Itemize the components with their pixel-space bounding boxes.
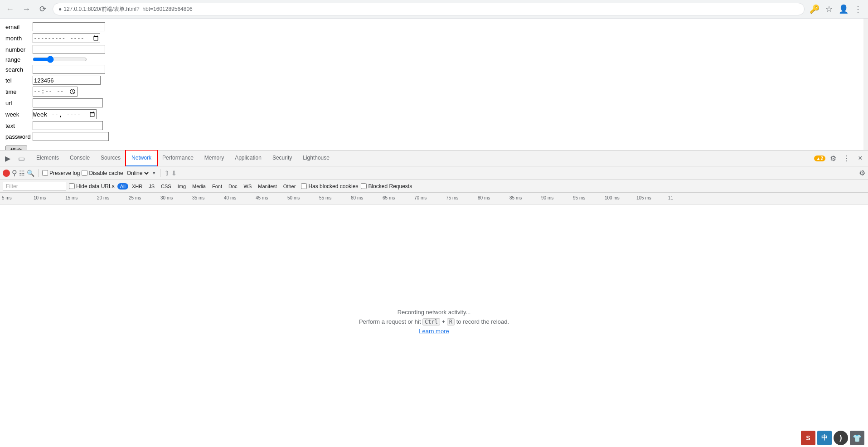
tab-elements[interactable]: Elements [31,151,64,166]
tick-20ms: 20 ms [97,195,109,200]
email-input[interactable] [33,22,105,31]
devtools-close-button[interactable]: × [854,152,866,164]
clear-button[interactable]: ⚲ [12,169,17,177]
tick-50ms: 50 ms [287,195,300,200]
disable-cache-checkbox[interactable] [82,170,87,176]
hide-data-urls-label[interactable]: Hide data URLs [69,183,115,189]
tray-icon-s[interactable]: S [801,431,815,445]
month-row: month [5,33,863,43]
hide-data-urls-checkbox[interactable] [69,183,75,189]
url-input[interactable] [33,98,103,107]
toolbar-actions: 🔑 ☆ 👤 ⋮ [808,3,864,15]
filter-input[interactable] [3,182,66,191]
number-input[interactable] [33,45,105,54]
tick-75ms: 75 ms [446,195,458,200]
tick-100ms: 100 ms [605,195,620,200]
address-bar[interactable]: ● 127.0.0.1:8020/前端/表单.html?_hbt=1601289… [53,3,805,15]
filter-all-button[interactable]: All [117,183,128,189]
has-blocked-label[interactable]: Has blocked cookies [301,183,358,189]
time-row: time [5,87,863,97]
recording-hint: Perform a request or hit Ctrl + R to rec… [359,318,509,325]
url-row: url [5,98,863,107]
has-blocked-checkbox[interactable] [301,183,307,189]
tray-icon-shirt[interactable]: 👕 [850,431,864,445]
tab-security[interactable]: Security [267,151,297,166]
time-input[interactable] [33,87,78,97]
has-blocked-text: Has blocked cookies [308,183,358,189]
secure-icon: ● [58,6,62,12]
number-row: number [5,45,863,54]
reload-button[interactable]: ⟳ [36,3,49,15]
filter-other-button[interactable]: Other [281,183,299,189]
filter-xhr-button[interactable]: XHR [129,183,145,189]
browser-chrome: ← → ⟳ ● 127.0.0.1:8020/前端/表单.html?_hbt=1… [0,0,868,19]
search-input[interactable] [33,65,105,74]
filter-icon[interactable]: ☷ [19,170,25,177]
tray-icon-moon[interactable]: ) [834,431,848,445]
password-input[interactable] [33,132,109,141]
tab-memory[interactable]: Memory [199,151,229,166]
recording-post-text: to record the reload. [455,318,509,325]
filter-css-button[interactable]: CSS [158,183,174,189]
url-label: url [5,100,33,107]
browser-toolbar: ← → ⟳ ● 127.0.0.1:8020/前端/表单.html?_hbt=1… [0,0,868,18]
search-button[interactable]: 🔍 [27,170,34,177]
week-input[interactable] [33,109,97,119]
forward-button[interactable]: → [20,3,33,15]
back-button[interactable]: ← [4,3,16,15]
preserve-log-label[interactable]: Preserve log [42,170,80,176]
key-icon[interactable]: 🔑 [808,3,821,15]
filter-img-button[interactable]: Img [175,183,189,189]
filter-type-buttons: All XHR JS CSS Img Media Font Doc WS Man… [117,183,299,189]
page-content: email month number range search tel time… [0,19,868,150]
inspect-element-button[interactable]: ▶ [2,152,14,164]
tab-sources[interactable]: Sources [95,151,126,166]
tray-icon-zh[interactable]: 中 [817,431,832,445]
tick-35ms: 35 ms [192,195,204,200]
device-toolbar-button[interactable]: ▭ [15,152,27,164]
recording-plus: + [440,318,447,325]
filter-doc-button[interactable]: Doc [226,183,240,189]
throttle-down-icon: ▼ [152,170,156,175]
tab-performance[interactable]: Performance [157,151,199,166]
tick-80ms: 80 ms [478,195,490,200]
blocked-requests-checkbox[interactable] [361,183,367,189]
tick-85ms: 85 ms [509,195,522,200]
network-settings-icon[interactable]: ⚙ [859,169,865,177]
timeline-header: 5 ms 10 ms 15 ms 20 ms 25 ms 30 ms 35 ms… [0,193,868,204]
import-button[interactable]: ⇧ [164,170,170,177]
disable-cache-label[interactable]: Disable cache [82,170,123,176]
text-input[interactable] [33,121,103,130]
filter-ws-button[interactable]: WS [241,183,255,189]
preserve-log-checkbox[interactable] [42,170,48,176]
range-input[interactable] [33,56,87,63]
tab-console[interactable]: Console [64,151,95,166]
export-button[interactable]: ⇩ [171,170,177,177]
account-icon[interactable]: 👤 [837,3,850,15]
throttle-select[interactable]: Online [125,170,150,177]
learn-more-link[interactable]: Learn more [419,328,449,335]
week-row: week [5,109,863,119]
blocked-requests-text: Blocked Requests [368,183,412,189]
tab-application[interactable]: Application [229,151,267,166]
tel-input[interactable] [33,76,101,85]
filter-font-button[interactable]: Font [209,183,225,189]
tick-70ms: 70 ms [414,195,427,200]
tab-network[interactable]: Network [126,151,157,166]
record-button[interactable] [3,170,10,177]
devtools-settings-button[interactable]: ⚙ [827,152,839,164]
menu-icon[interactable]: ⋮ [852,3,864,15]
bookmark-icon[interactable]: ☆ [823,3,835,15]
blocked-requests-label[interactable]: Blocked Requests [361,183,412,189]
tab-lighthouse[interactable]: Lighthouse [297,151,335,166]
filter-manifest-button[interactable]: Manifest [255,183,280,189]
filter-js-button[interactable]: JS [146,183,157,189]
month-input[interactable] [33,33,100,43]
devtools-more-button[interactable]: ⋮ [841,152,853,164]
page-scrollbar[interactable] [863,19,868,150]
devtools-tab-bar: ▶ ▭ Elements Console Sources Network Per… [0,151,868,166]
submit-button[interactable]: 提交 [5,146,27,150]
tick-55ms: 55 ms [319,195,331,200]
text-row: text [5,121,863,130]
filter-media-button[interactable]: Media [189,183,209,189]
